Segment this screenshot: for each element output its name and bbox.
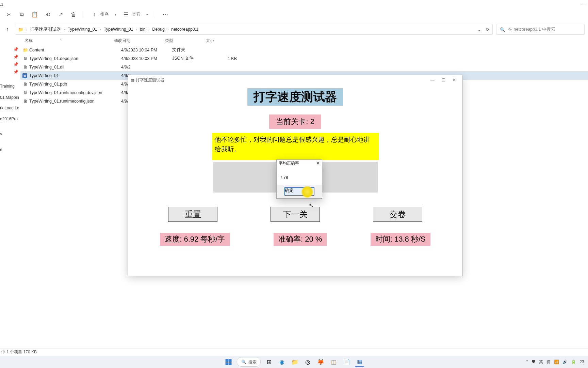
crumb[interactable]: 打字速度测试器 xyxy=(30,27,61,32)
sort-icon[interactable]: ↕ xyxy=(91,11,98,18)
table-row[interactable]: 🗎TypeWirting_01.dll4/9/2 xyxy=(20,63,588,71)
tray-chevron-icon[interactable]: ˄ xyxy=(526,359,528,364)
taskbar-search-label: 搜索 xyxy=(248,359,257,365)
pin-icon[interactable]: 📌 xyxy=(13,55,18,59)
crumb[interactable]: TypeWirting_01 xyxy=(104,27,133,32)
refresh-icon[interactable]: ⟳ xyxy=(486,27,490,32)
sort-label[interactable]: 排序 xyxy=(100,12,109,17)
sidebar-fragment[interactable]: s xyxy=(0,132,2,136)
wifi-icon[interactable]: 📶 xyxy=(554,359,559,364)
status-bar: 中 1 个项目 170 KB xyxy=(0,348,588,356)
file-name: TypeWirting_01.pdb xyxy=(29,82,121,87)
table-row[interactable]: 🗎TypeWirting_01.deps.json4/9/2023 10:03 … xyxy=(20,54,588,63)
dialog-title: 平均正确率 xyxy=(279,160,299,166)
close-icon[interactable]: ✕ xyxy=(449,78,460,82)
pin-icon[interactable]: 📌 xyxy=(13,47,18,52)
sidebar-fragment[interactable]: e2016Pro xyxy=(0,117,18,121)
maximize-icon[interactable]: ☐ xyxy=(438,78,449,82)
copy-icon[interactable]: ⧉ xyxy=(18,11,25,18)
file-name: TypeWirting_01.deps.json xyxy=(29,56,121,61)
sidebar-fragment[interactable]: rk Load Le xyxy=(0,106,19,110)
file-name: TypeWirting_01 xyxy=(29,73,121,78)
firefox-icon[interactable]: 🦊 xyxy=(316,357,326,367)
delete-icon[interactable]: 🗑 xyxy=(70,11,77,18)
col-name[interactable]: 名称 xyxy=(24,38,33,43)
chevron-down-icon: ▾ xyxy=(146,13,148,16)
file-type: JSON 文件 xyxy=(172,56,213,61)
cut-icon[interactable]: ✂ xyxy=(5,11,12,18)
search-placeholder: 在 netcoreapp3.1 中搜索 xyxy=(508,27,555,32)
average-accuracy-dialog: 平均正确率 ✕ 7.78 确定 xyxy=(276,159,322,199)
clock[interactable]: 23: xyxy=(579,359,585,364)
address-bar-row: ↑ 📁 › 打字速度测试器 › TypeWirting_01 › TypeWir… xyxy=(0,23,588,35)
view-icon[interactable]: ☰ xyxy=(122,11,129,18)
col-type[interactable]: 类型 xyxy=(165,38,206,44)
minimize-icon[interactable]: — xyxy=(581,1,586,7)
volume-icon[interactable]: 🔊 xyxy=(562,359,568,364)
paste-icon[interactable]: 📋 xyxy=(31,11,38,18)
ime-lang[interactable]: 英 xyxy=(539,359,543,365)
task-view-icon[interactable]: ⊞ xyxy=(264,357,274,367)
taskbar: 🔍搜索 ⊞ ◉ 📁 ◎ 🦊 ◫ 📄 ▦ ˄ ⛊ 英 拼 📶 🔊 🔋 23: xyxy=(0,356,588,368)
crumb[interactable]: netcoreapp3.1 xyxy=(171,27,198,32)
crumb[interactable]: bin xyxy=(140,27,146,32)
stat-speed: 速度: 6.92 每秒/字 xyxy=(160,233,230,246)
chrome-icon[interactable]: ◎ xyxy=(303,357,313,367)
reset-button[interactable]: 重置 xyxy=(168,207,217,222)
app-titlebar: ▦ 打字速度测试器 — ☐ ✕ xyxy=(128,75,462,85)
prompt-text: 他不论多忙，对我的问题总是很感兴趣，总是耐心地讲给我听。 xyxy=(212,133,379,160)
search-icon: 🔍 xyxy=(241,359,246,364)
next-level-button[interactable]: 下一关 xyxy=(271,207,320,222)
close-icon[interactable]: ✕ xyxy=(316,161,320,166)
app-icon[interactable]: ◫ xyxy=(329,357,339,367)
chevron-right-icon: › xyxy=(26,28,27,31)
folder-icon: 📁 xyxy=(18,27,23,32)
sidebar-fragment[interactable]: e xyxy=(0,147,2,152)
breadcrumb[interactable]: 📁 › 打字速度测试器 › TypeWirting_01 › TypeWirti… xyxy=(15,24,493,35)
ok-button[interactable]: 确定 xyxy=(284,187,314,196)
app-window-title: 打字速度测试器 xyxy=(136,77,164,83)
col-date[interactable]: 修改日期 xyxy=(114,38,165,44)
sidebar-fragment[interactable]: Training xyxy=(0,84,15,89)
edge-icon[interactable]: ◉ xyxy=(277,357,287,367)
file-icon: 🗎 xyxy=(22,82,29,87)
file-name: Content xyxy=(29,48,121,52)
pin-icon[interactable]: 📌 xyxy=(13,70,18,74)
file-name: TypeWirting_01.runtimeconfig.json xyxy=(29,99,121,104)
notepad-icon[interactable]: 📄 xyxy=(342,357,352,367)
pin-icon[interactable]: 📌 xyxy=(13,62,18,67)
sidebar-fragment[interactable]: 01.Mappin xyxy=(0,95,19,100)
exe-icon: ▦ xyxy=(22,73,29,78)
stat-time: 时间: 13.8 秒/S xyxy=(371,233,430,246)
table-row[interactable]: 📁Content4/9/2023 10:04 PM文件夹 xyxy=(20,46,588,54)
chevron-right-icon: › xyxy=(167,28,168,31)
taskbar-search[interactable]: 🔍搜索 xyxy=(237,357,261,367)
rename-icon[interactable]: ⟲ xyxy=(44,11,51,18)
crumb[interactable]: Debug xyxy=(152,27,165,32)
tray-security-icon[interactable]: ⛊ xyxy=(532,359,536,364)
file-date: 4/9/2023 10:03 PM xyxy=(121,56,172,61)
submit-button[interactable]: 交卷 xyxy=(373,207,422,222)
dialog-titlebar: 平均正确率 ✕ xyxy=(277,160,322,167)
file-explorer-icon[interactable]: 📁 xyxy=(290,357,300,367)
minimize-icon[interactable]: — xyxy=(427,78,438,82)
stats-row: 速度: 6.92 每秒/字 准确率: 20 % 时间: 13.8 秒/S xyxy=(128,233,462,246)
separator xyxy=(84,11,84,18)
ime-mode[interactable]: 拼 xyxy=(546,359,551,365)
chevron-down-icon: ▾ xyxy=(115,13,116,16)
search-input[interactable]: 🔍 在 netcoreapp3.1 中搜索 xyxy=(496,24,585,35)
nav-up-icon[interactable]: ↑ xyxy=(3,26,12,32)
chevron-down-icon[interactable]: ⌄ xyxy=(477,27,481,32)
chevron-right-icon: › xyxy=(100,28,101,31)
button-row: 重置 下一关 交卷 xyxy=(128,207,462,222)
battery-icon[interactable]: 🔋 xyxy=(571,359,576,364)
share-icon[interactable]: ↗ xyxy=(57,11,64,18)
view-label[interactable]: 查看 xyxy=(132,12,140,17)
start-button[interactable] xyxy=(224,357,233,367)
crumb[interactable]: TypeWirting_01 xyxy=(68,27,97,32)
file-icon: 🗎 xyxy=(22,65,29,70)
col-size[interactable]: 大小 xyxy=(206,38,236,44)
running-app-icon[interactable]: ▦ xyxy=(355,357,364,367)
more-icon[interactable]: ⋯ xyxy=(162,11,169,18)
chevron-right-icon: › xyxy=(148,28,149,31)
